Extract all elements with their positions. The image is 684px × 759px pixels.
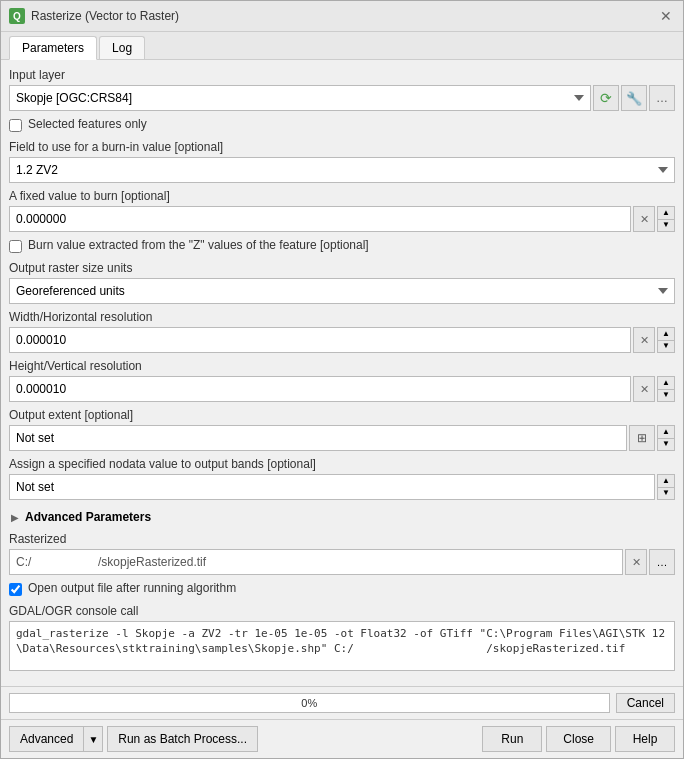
selected-features-checkbox[interactable]	[9, 119, 22, 132]
width-spinner: ▲ ▼	[657, 327, 675, 353]
clear-height-button[interactable]: ✕	[633, 376, 655, 402]
clear-width-button[interactable]: ✕	[633, 327, 655, 353]
field-select[interactable]: 1.2 ZV2	[9, 157, 675, 183]
scroll-area[interactable]: Input layer Skopje [OGC:CRS84] ⟳ 🔧 … Sel…	[1, 60, 683, 686]
field-row: 1.2 ZV2	[9, 157, 675, 183]
advanced-button[interactable]: Advanced	[9, 726, 84, 752]
batch-process-button[interactable]: Run as Batch Process...	[107, 726, 258, 752]
nodata-label: Assign a specified nodata value to outpu…	[9, 457, 675, 471]
burn-z-row: Burn value extracted from the "Z" values…	[9, 238, 675, 255]
input-layer-label: Input layer	[9, 68, 675, 82]
close-window-button[interactable]: ✕	[657, 7, 675, 25]
fixed-value-section: A fixed value to burn [optional] ✕ ▲ ▼	[9, 189, 675, 232]
output-size-label: Output raster size units	[9, 261, 675, 275]
height-spin-down-button[interactable]: ▼	[657, 389, 675, 403]
open-output-checkbox[interactable]	[9, 583, 22, 596]
input-layer-row: Skopje [OGC:CRS84] ⟳ 🔧 …	[9, 85, 675, 111]
bottom-bar: Advanced ▼ Run as Batch Process... Run C…	[1, 719, 683, 758]
fixed-value-row: ✕ ▲ ▼	[9, 206, 675, 232]
height-section: Height/Vertical resolution ✕ ▲ ▼	[9, 359, 675, 402]
close-button[interactable]: Close	[546, 726, 611, 752]
extent-spin-down-button[interactable]: ▼	[657, 438, 675, 452]
extent-section: Output extent [optional] ⊞ ▲ ▼	[9, 408, 675, 451]
tab-bar: Parameters Log	[1, 32, 683, 60]
advanced-params-toggle[interactable]: ▶ Advanced Parameters	[9, 506, 675, 528]
input-layer-select[interactable]: Skopje [OGC:CRS84]	[9, 85, 591, 111]
settings-icon[interactable]: 🔧	[621, 85, 647, 111]
tab-log[interactable]: Log	[99, 36, 145, 59]
progress-text: 0%	[301, 697, 317, 709]
height-spin-up-button[interactable]: ▲	[657, 376, 675, 389]
rasterized-row: ✕ …	[9, 549, 675, 575]
height-label: Height/Vertical resolution	[9, 359, 675, 373]
extent-map-button[interactable]: ⊞	[629, 425, 655, 451]
advanced-params-label: Advanced Parameters	[25, 510, 151, 524]
rasterized-path-input[interactable]	[9, 549, 623, 575]
field-section: Field to use for a burn-in value [option…	[9, 140, 675, 183]
extent-spin-up-button[interactable]: ▲	[657, 425, 675, 438]
extent-spinner: ▲ ▼	[657, 425, 675, 451]
main-window: Q Rasterize (Vector to Raster) ✕ Paramet…	[0, 0, 684, 759]
width-label: Width/Horizontal resolution	[9, 310, 675, 324]
progress-section: 0% Cancel	[1, 686, 683, 719]
bottom-right-controls: Run Close Help	[482, 726, 675, 752]
spin-up-button[interactable]: ▲	[657, 206, 675, 219]
clear-fixed-value-button[interactable]: ✕	[633, 206, 655, 232]
advanced-arrow-icon: ▶	[11, 512, 19, 523]
spin-down-button[interactable]: ▼	[657, 219, 675, 233]
rasterized-label: Rasterized	[9, 532, 675, 546]
extent-row: ⊞ ▲ ▼	[9, 425, 675, 451]
tab-parameters[interactable]: Parameters	[9, 36, 97, 60]
clear-rasterized-button[interactable]: ✕	[625, 549, 647, 575]
cancel-button-top[interactable]: Cancel	[616, 693, 675, 713]
refresh-icon[interactable]: ⟳	[593, 85, 619, 111]
gdal-section: GDAL/OGR console call gdal_rasterize -l …	[9, 604, 675, 671]
browse-rasterized-button[interactable]: …	[649, 549, 675, 575]
nodata-input[interactable]	[9, 474, 655, 500]
nodata-spin-down-button[interactable]: ▼	[657, 487, 675, 501]
nodata-section: Assign a specified nodata value to outpu…	[9, 457, 675, 500]
extent-input[interactable]	[9, 425, 627, 451]
open-output-label: Open output file after running algorithm	[28, 581, 236, 595]
selected-features-label: Selected features only	[28, 117, 147, 131]
open-output-row: Open output file after running algorithm	[9, 581, 675, 598]
help-button[interactable]: Help	[615, 726, 675, 752]
rasterized-section: Rasterized ✕ …	[9, 532, 675, 575]
main-content: Input layer Skopje [OGC:CRS84] ⟳ 🔧 … Sel…	[1, 60, 683, 758]
progress-bar: 0%	[9, 693, 610, 713]
run-button[interactable]: Run	[482, 726, 542, 752]
height-input[interactable]	[9, 376, 631, 402]
width-spin-down-button[interactable]: ▼	[657, 340, 675, 354]
bottom-left-controls: Advanced ▼ Run as Batch Process...	[9, 726, 258, 752]
height-row: ✕ ▲ ▼	[9, 376, 675, 402]
extent-label: Output extent [optional]	[9, 408, 675, 422]
fixed-value-input[interactable]	[9, 206, 631, 232]
width-spin-up-button[interactable]: ▲	[657, 327, 675, 340]
width-row: ✕ ▲ ▼	[9, 327, 675, 353]
more-icon[interactable]: …	[649, 85, 675, 111]
gdal-console-output: gdal_rasterize -l Skopje -a ZV2 -tr 1e-0…	[9, 621, 675, 671]
fixed-value-label: A fixed value to burn [optional]	[9, 189, 675, 203]
output-size-row: Georeferenced units	[9, 278, 675, 304]
app-icon: Q	[9, 8, 25, 24]
height-spinner: ▲ ▼	[657, 376, 675, 402]
input-layer-section: Input layer Skopje [OGC:CRS84] ⟳ 🔧 …	[9, 68, 675, 111]
window-title: Rasterize (Vector to Raster)	[31, 9, 179, 23]
titlebar: Q Rasterize (Vector to Raster) ✕	[1, 1, 683, 32]
width-input[interactable]	[9, 327, 631, 353]
selected-features-row: Selected features only	[9, 117, 675, 134]
nodata-row: ▲ ▼	[9, 474, 675, 500]
output-size-select[interactable]: Georeferenced units	[9, 278, 675, 304]
width-section: Width/Horizontal resolution ✕ ▲ ▼	[9, 310, 675, 353]
output-size-section: Output raster size units Georeferenced u…	[9, 261, 675, 304]
field-label: Field to use for a burn-in value [option…	[9, 140, 675, 154]
advanced-dropdown-button[interactable]: ▼	[84, 726, 103, 752]
nodata-spin-up-button[interactable]: ▲	[657, 474, 675, 487]
titlebar-left: Q Rasterize (Vector to Raster)	[9, 8, 179, 24]
burn-z-checkbox[interactable]	[9, 240, 22, 253]
fixed-value-spinner: ▲ ▼	[657, 206, 675, 232]
nodata-spinner: ▲ ▼	[657, 474, 675, 500]
gdal-label: GDAL/OGR console call	[9, 604, 675, 618]
burn-z-label: Burn value extracted from the "Z" values…	[28, 238, 369, 252]
